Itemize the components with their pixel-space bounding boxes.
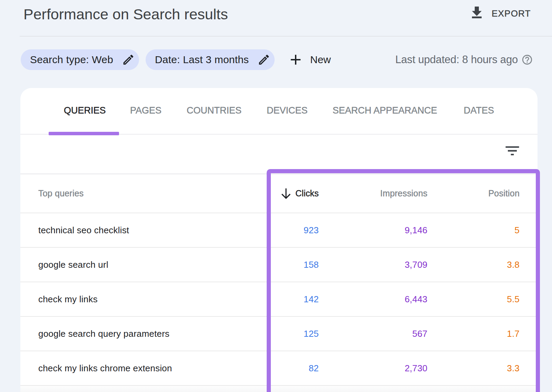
new-filter-button[interactable]: New xyxy=(284,49,337,70)
impressions-cell: 567 xyxy=(412,317,427,351)
tab-label: DATES xyxy=(464,105,494,116)
edit-icon xyxy=(122,53,135,66)
col-header-clicks[interactable]: Clicks xyxy=(281,174,319,213)
export-button[interactable]: EXPORT xyxy=(462,0,538,26)
tab-search-appearance[interactable]: SEARCH APPEARANCE xyxy=(333,88,437,133)
tab-queries[interactable]: QUERIES xyxy=(64,88,106,133)
edit-icon xyxy=(257,53,270,66)
download-icon xyxy=(469,4,485,21)
last-updated: Last updated: 8 hours ago xyxy=(395,49,533,70)
active-tab-underline xyxy=(49,132,119,135)
query-cell: google search query parameters xyxy=(38,317,169,351)
table-row[interactable]: google search url 158 3,709 3.8 xyxy=(20,248,538,282)
search-type-chip[interactable]: Search type: Web xyxy=(21,49,139,70)
last-updated-text: Last updated: 8 hours ago xyxy=(395,53,518,66)
query-cell: check my links xyxy=(38,282,98,316)
filter-rows-button[interactable] xyxy=(503,142,521,160)
position-cell: 5 xyxy=(514,213,520,247)
report-card: QUERIES PAGES COUNTRIES DEVICES SEARCH A… xyxy=(20,88,538,392)
sort-desc-arrow-icon xyxy=(281,188,291,199)
new-filter-label: New xyxy=(310,54,331,66)
table-row[interactable]: technical seo checklist 923 9,146 5 xyxy=(20,213,538,248)
tab-countries[interactable]: COUNTRIES xyxy=(187,88,241,133)
plus-icon xyxy=(290,54,302,66)
impressions-cell: 2,730 xyxy=(405,351,427,385)
clicks-cell: 125 xyxy=(304,317,319,351)
filter-icon xyxy=(503,142,521,160)
tab-label: COUNTRIES xyxy=(187,105,241,116)
table-header-row: Top queries Clicks Impressions Position xyxy=(20,174,538,213)
position-cell: 1.7 xyxy=(507,317,520,351)
query-cell: technical seo checklist xyxy=(38,213,129,247)
table-footer-strip xyxy=(20,386,538,392)
search-type-chip-label: Search type: Web xyxy=(30,54,113,66)
tab-devices[interactable]: DEVICES xyxy=(267,88,308,133)
date-range-chip[interactable]: Date: Last 3 months xyxy=(146,49,275,70)
table-row[interactable]: check my links 142 6,443 5.5 xyxy=(20,282,538,317)
tab-label: PAGES xyxy=(130,105,161,116)
impressions-cell: 9,146 xyxy=(405,213,427,247)
position-cell: 5.5 xyxy=(507,282,520,316)
table-row[interactable]: check my links chrome extension 82 2,730… xyxy=(20,351,538,386)
tab-label: SEARCH APPEARANCE xyxy=(333,105,437,116)
clicks-cell: 158 xyxy=(304,248,319,282)
impressions-cell: 3,709 xyxy=(405,248,427,282)
queries-table: Top queries Clicks Impressions Position … xyxy=(20,174,538,392)
clicks-column-label: Clicks xyxy=(295,188,319,198)
page-title: Performance on Search results xyxy=(23,6,228,23)
tab-dates[interactable]: DATES xyxy=(464,88,494,133)
col-header-impressions[interactable]: Impressions xyxy=(380,174,427,213)
table-row[interactable]: google search query parameters 125 567 1… xyxy=(20,317,538,351)
position-cell: 3.3 xyxy=(507,351,520,385)
clicks-cell: 923 xyxy=(304,213,319,247)
impressions-cell: 6,443 xyxy=(405,282,427,316)
date-range-chip-label: Date: Last 3 months xyxy=(155,54,249,66)
header-divider xyxy=(20,36,552,37)
tab-label: QUERIES xyxy=(64,105,106,116)
tab-pages[interactable]: PAGES xyxy=(130,88,161,133)
clicks-cell: 142 xyxy=(304,282,319,316)
help-icon[interactable] xyxy=(521,54,533,66)
position-cell: 3.8 xyxy=(507,248,520,282)
search-console-performance-page: Performance on Search results EXPORT Sea… xyxy=(0,0,552,392)
col-header-position[interactable]: Position xyxy=(488,174,520,213)
clicks-cell: 82 xyxy=(309,351,319,385)
export-label: EXPORT xyxy=(492,8,531,19)
col-header-top-queries[interactable]: Top queries xyxy=(38,174,83,213)
report-tabs: QUERIES PAGES COUNTRIES DEVICES SEARCH A… xyxy=(20,88,538,134)
query-cell: check my links chrome extension xyxy=(38,351,172,385)
query-cell: google search url xyxy=(38,248,108,282)
tab-label: DEVICES xyxy=(267,105,308,116)
